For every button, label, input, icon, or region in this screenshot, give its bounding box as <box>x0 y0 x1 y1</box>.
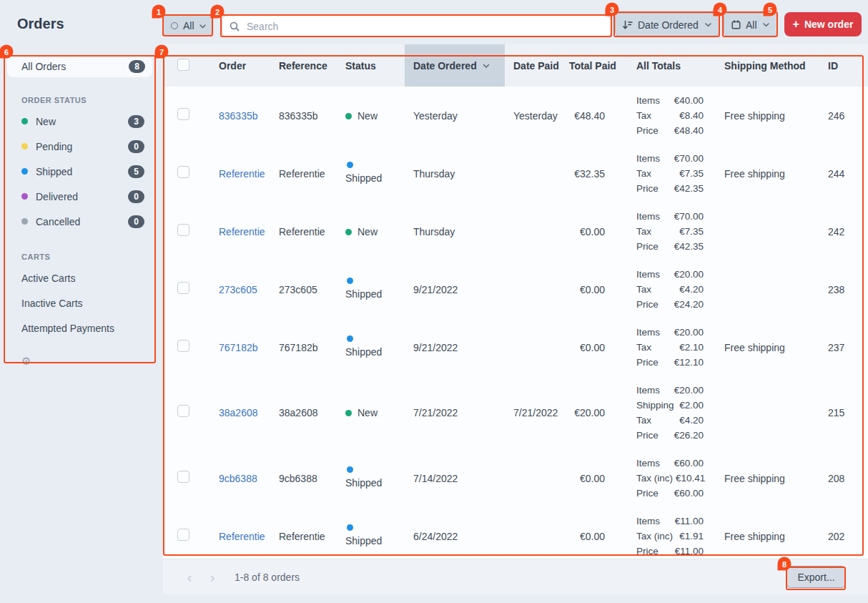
totals-label: Tax <box>636 166 651 181</box>
order-link[interactable]: 836335b <box>219 110 258 122</box>
status-label: Shipped <box>345 535 382 546</box>
totals-line: Price€11.00 <box>636 544 704 559</box>
order-link[interactable]: 38a2608 <box>219 407 258 418</box>
totals-label: Price <box>636 297 659 312</box>
row-checkbox[interactable] <box>177 529 189 541</box>
pagination-prev-icon[interactable]: ‹ <box>183 570 196 584</box>
all-totals-cell: Items€20.00Shipping€2.00Tax€4.20Price€26… <box>628 376 724 449</box>
totals-label: Tax (inc) <box>636 471 673 486</box>
sidebar-item-label: Shipped <box>36 166 72 177</box>
column-header-status: Status <box>345 44 405 87</box>
new-order-label: New order <box>804 19 853 30</box>
row-checkbox[interactable] <box>177 471 189 483</box>
chevron-down-icon <box>705 21 711 28</box>
totals-value: €4.20 <box>679 413 704 428</box>
sort-dropdown[interactable]: Date Ordered <box>615 13 719 36</box>
totals-value: €70.00 <box>674 151 704 166</box>
row-checkbox[interactable] <box>177 340 189 352</box>
orders-table: Order Reference Status Date Ordered Date… <box>163 44 868 565</box>
sidebar-item-attempted-payments[interactable]: Attempted Payments <box>4 315 156 340</box>
sidebar-sections: ORDER STATUSNew3Pending0Shipped5Delivere… <box>4 96 156 340</box>
column-header-date-ordered[interactable]: Date Ordered <box>405 44 505 87</box>
totals-label: Items <box>636 267 660 282</box>
totals-line: Tax€8.40 <box>636 108 704 123</box>
status-dot-icon <box>21 168 28 175</box>
row-checkbox-cell <box>163 318 210 376</box>
sidebar-item-pending[interactable]: Pending0 <box>4 134 156 159</box>
settings-gear-icon[interactable]: ⚙ <box>21 355 36 368</box>
calendar-icon <box>731 20 741 29</box>
status-label: Shipped <box>345 172 382 184</box>
order-link[interactable]: 9cb6388 <box>219 473 257 484</box>
totals-value: €20.00 <box>674 325 704 340</box>
totals-label: Items <box>636 93 660 108</box>
order-link[interactable]: Referentie <box>219 168 265 180</box>
row-checkbox[interactable] <box>177 405 189 417</box>
total-paid-cell: €0.00 <box>569 318 628 376</box>
totals-line: Items€20.00 <box>636 383 704 398</box>
sidebar-item-delivered[interactable]: Delivered0 <box>4 184 156 209</box>
new-order-button[interactable]: + New order <box>784 12 862 36</box>
status-label: Shipped <box>345 288 382 300</box>
totals-line: Price€12.10 <box>636 355 704 370</box>
all-totals-cell: Items€11.00Tax (inc)€1.91Price€11.00 <box>628 507 724 565</box>
order-link[interactable]: Referentie <box>219 531 265 542</box>
status-label: Shipped <box>345 346 382 358</box>
column-header-reference: Reference <box>279 44 345 87</box>
reference-cell: Referentie <box>279 202 345 260</box>
row-checkbox-cell <box>163 202 210 260</box>
count-badge: 3 <box>128 115 144 128</box>
totals-line: Items€20.00 <box>636 267 704 282</box>
section-title-order-status: ORDER STATUS <box>21 96 156 104</box>
table-row: 9cb63889cb6388Shipped7/14/2022€0.00Items… <box>163 449 868 507</box>
status-dot-icon <box>347 278 353 284</box>
row-checkbox[interactable] <box>177 224 189 236</box>
id-cell: 208 <box>828 449 868 507</box>
sidebar-item-label: Delivered <box>36 191 78 202</box>
sidebar-item-all-orders[interactable]: All Orders 8 <box>7 56 152 77</box>
sidebar-item-inactive-carts[interactable]: Inactive Carts <box>4 290 156 315</box>
sidebar-item-new[interactable]: New3 <box>4 109 156 134</box>
totals-line: Price€48.40 <box>636 123 704 138</box>
sidebar-item-label: Pending <box>36 141 72 152</box>
order-link[interactable]: 273c605 <box>219 284 257 295</box>
totals-label: Tax <box>636 340 651 355</box>
status-dot-icon <box>347 335 353 342</box>
total-paid-cell: €20.00 <box>569 376 628 449</box>
date-filter-label: All <box>746 19 757 31</box>
row-checkbox[interactable] <box>177 282 189 294</box>
date-filter-dropdown[interactable]: All <box>724 13 777 36</box>
row-checkbox[interactable] <box>177 108 189 120</box>
sidebar-item-active-carts[interactable]: Active Carts <box>4 265 156 290</box>
order-link[interactable]: 767182b <box>219 342 258 353</box>
totals-line: Items€40.00 <box>636 93 704 108</box>
order-cell: 38a2608 <box>210 376 279 449</box>
date-ordered-cell: 7/14/2022 <box>405 449 505 507</box>
status-filter-label: All <box>183 20 194 31</box>
all-orders-label: All Orders <box>21 61 66 72</box>
totals-value: €1.91 <box>679 529 704 544</box>
status-dot-icon <box>347 162 353 168</box>
date-paid-cell <box>505 260 569 318</box>
status-dot-icon <box>347 524 353 531</box>
search-box[interactable] <box>222 15 611 37</box>
table-row: 767182b767182bShipped9/21/2022€0.00Items… <box>163 318 868 376</box>
totals-line: Items€60.00 <box>636 456 704 471</box>
order-link[interactable]: Referentie <box>219 226 265 237</box>
pagination-range-text: 1-8 of 8 orders <box>235 572 300 583</box>
totals-label: Items <box>636 325 660 340</box>
id-cell: 237 <box>828 318 868 376</box>
sidebar-item-cancelled[interactable]: Cancelled0 <box>4 209 156 234</box>
status-filter-dropdown[interactable]: All <box>163 15 213 36</box>
totals-value: €8.40 <box>679 108 704 123</box>
search-input[interactable] <box>245 20 603 33</box>
count-badge: 0 <box>128 140 144 153</box>
sidebar-item-shipped[interactable]: Shipped5 <box>4 159 156 184</box>
count-badge: 8 <box>129 60 145 73</box>
pagination-next-icon[interactable]: › <box>206 570 219 584</box>
row-checkbox-cell <box>163 507 210 565</box>
row-checkbox[interactable] <box>177 166 189 178</box>
export-button[interactable]: Export... <box>786 566 846 588</box>
select-all-checkbox[interactable] <box>177 59 189 71</box>
total-paid-cell: €0.00 <box>569 507 628 565</box>
